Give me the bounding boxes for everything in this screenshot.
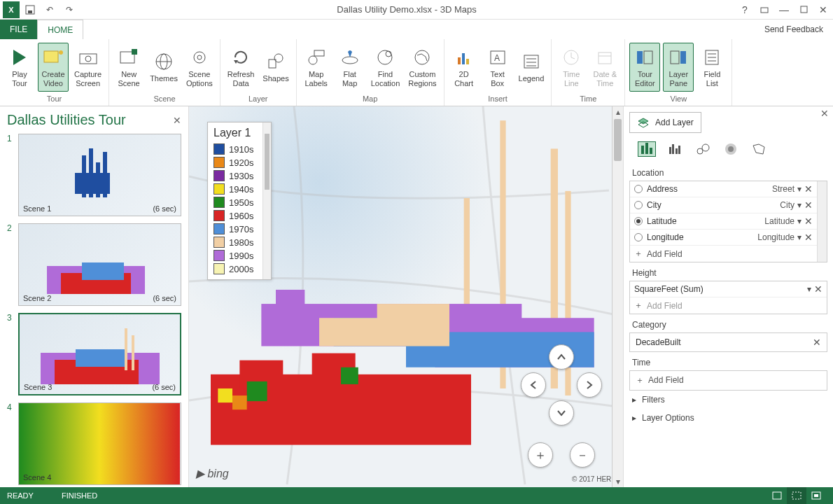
layer-pane-close-icon[interactable]: ✕ (820, 108, 829, 119)
new-scene-icon (118, 46, 140, 69)
svg-rect-58 (125, 328, 127, 370)
create-video-button[interactable]: CreateVideo (38, 43, 69, 92)
radio-button[interactable] (634, 201, 643, 209)
save-icon[interactable] (21, 1, 39, 19)
filters-section[interactable]: ▸Filters (629, 391, 827, 409)
flat-map-button[interactable]: FlatMap (335, 43, 365, 92)
tilt-up-button[interactable] (549, 344, 574, 370)
new-scene-button[interactable]: NewScene (113, 43, 144, 92)
geo-type[interactable]: Latitude (764, 216, 794, 226)
play-tour-button[interactable]: PlayTour (4, 43, 35, 92)
status-view-selected[interactable] (787, 487, 806, 504)
dropdown-icon[interactable]: ▾ (807, 284, 811, 294)
themes-button[interactable]: Themes (147, 43, 181, 92)
status-view-normal[interactable] (767, 487, 787, 504)
tilt-down-button[interactable] (549, 400, 574, 426)
refresh-data-button[interactable]: RefreshData (225, 43, 258, 92)
geo-type[interactable]: City (780, 200, 794, 210)
layers-icon (637, 117, 650, 128)
vis-stacked-column[interactable] (638, 141, 656, 157)
redo-icon[interactable]: ↷ (60, 1, 78, 19)
radio-button[interactable] (634, 233, 643, 241)
scroll-down-icon[interactable]: ▾ (612, 476, 623, 487)
remove-field-icon[interactable]: ✕ (804, 200, 813, 211)
remove-field-icon[interactable]: ✕ (804, 232, 813, 243)
scene-thumbnail[interactable]: 1 Scene 1 (6 sec) (7, 134, 181, 216)
map-legend[interactable]: Layer 1 1910s1920s1930s1940s1950s1960s19… (207, 122, 272, 280)
dropdown-icon[interactable]: ▾ (797, 184, 802, 194)
shapes-icon (265, 50, 287, 73)
remove-field-icon[interactable]: ✕ (804, 216, 813, 227)
legend-swatch (214, 263, 225, 274)
geo-type[interactable]: Street (772, 184, 794, 194)
custom-regions-button[interactable]: CustomRegions (405, 43, 439, 92)
svg-rect-83 (650, 148, 652, 154)
scene-name: Scene 1 (23, 204, 51, 213)
rotate-left-button[interactable] (521, 372, 546, 398)
add-layer-button[interactable]: Add Layer (629, 112, 701, 133)
dropdown-icon[interactable]: ▾ (797, 232, 802, 242)
dropdown-icon[interactable]: ▾ (797, 216, 802, 226)
layer-pane-button[interactable]: LayerPane (663, 43, 694, 92)
field-list-scrollbar[interactable] (817, 181, 827, 262)
vis-clustered-column[interactable] (666, 141, 684, 157)
tour-editor-button[interactable]: TourEditor (629, 43, 660, 92)
time-add-field[interactable]: ＋ Add Field (629, 370, 827, 391)
find-location-button[interactable]: FindLocation (368, 43, 403, 92)
height-field-list: SquareFeet (Sum) ▾✕ ＋Add Field (629, 281, 827, 314)
svg-rect-19 (314, 50, 324, 56)
minimize-icon[interactable]: — (774, 0, 794, 20)
height-add-field[interactable]: ＋Add Field (630, 297, 827, 314)
svg-rect-17 (269, 59, 276, 68)
status-view-fullscreen[interactable] (806, 487, 826, 504)
zoom-in-button[interactable]: ＋ (528, 442, 553, 468)
ribbon: PlayTour CreateVideo CaptureScreen Tour … (0, 39, 833, 106)
rotate-right-button[interactable] (577, 372, 602, 398)
scroll-thumb[interactable] (614, 119, 622, 161)
scroll-up-icon[interactable]: ▴ (612, 106, 623, 118)
field-name: City (647, 200, 662, 210)
vis-bubble[interactable] (694, 141, 712, 157)
shapes-button[interactable]: Shapes (260, 43, 291, 92)
map-labels-button[interactable]: MapLabels (301, 43, 332, 92)
scene-thumbnail[interactable]: 3 Scene 3 (6 sec) (7, 313, 181, 396)
legend-swatch (214, 144, 225, 155)
tab-file[interactable]: FILE (0, 20, 37, 39)
radio-button[interactable] (634, 217, 643, 225)
video-icon (42, 46, 64, 69)
location-add-field[interactable]: ＋Add Field (630, 245, 817, 262)
remove-field-icon[interactable]: ✕ (814, 284, 822, 295)
legend-button[interactable]: Legend (516, 43, 547, 92)
legend-swatch (214, 197, 225, 208)
geo-type[interactable]: Longitude (757, 232, 794, 242)
remove-field-icon[interactable]: ✕ (804, 183, 813, 195)
legend-scrollbar[interactable] (262, 122, 271, 279)
panel-close-icon[interactable]: ✕ (173, 115, 181, 126)
text-box-button[interactable]: ATextBox (482, 43, 513, 92)
capture-screen-button[interactable]: CaptureScreen (71, 43, 104, 92)
scene-options-button[interactable]: SceneOptions (183, 43, 216, 92)
zoom-out-button[interactable]: － (570, 442, 595, 468)
remove-category-icon[interactable]: ✕ (813, 337, 821, 348)
vis-region[interactable] (750, 141, 768, 157)
svg-point-15 (197, 55, 202, 59)
help-icon[interactable]: ? (735, 0, 755, 20)
tab-home[interactable]: HOME (37, 20, 83, 39)
maximize-icon[interactable] (794, 0, 813, 20)
scene-thumbnail[interactable]: 2 Scene 2 (6 sec) (7, 223, 181, 306)
map-scrollbar-vertical[interactable]: ▴ ▾ (612, 106, 623, 487)
radio-button[interactable] (634, 185, 643, 193)
vis-heatmap[interactable] (722, 141, 740, 157)
scene-thumbnail[interactable]: 4 Scene 4 (7, 402, 181, 485)
undo-icon[interactable]: ↶ (41, 1, 59, 19)
send-feedback-link[interactable]: Send Feedback (755, 20, 833, 39)
layer-options-section[interactable]: ▸Layer Options (629, 409, 827, 427)
category-field[interactable]: DecadeBuilt ✕ (629, 332, 827, 352)
dropdown-icon[interactable]: ▾ (797, 200, 802, 210)
2d-chart-button[interactable]: 2DChart (449, 43, 479, 92)
ribbon-display-icon[interactable] (755, 0, 774, 20)
map-canvas[interactable]: Layer 1 1910s1920s1930s1940s1950s1960s19… (189, 106, 623, 487)
close-icon[interactable]: ✕ (813, 0, 833, 20)
field-list-button[interactable]: FieldList (696, 43, 727, 92)
height-value[interactable]: SquareFeet (Sum) (634, 284, 704, 294)
